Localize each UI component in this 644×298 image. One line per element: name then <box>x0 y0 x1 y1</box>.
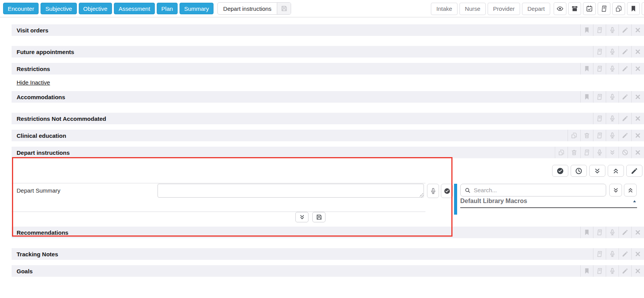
section-header[interactable]: Restrictions Not Accommodated <box>12 113 644 124</box>
section-header[interactable]: Goals <box>12 265 644 277</box>
section-bookmark-button[interactable] <box>580 24 593 36</box>
panel-pencil-button[interactable] <box>626 165 642 177</box>
section-pencil-button[interactable] <box>619 248 631 260</box>
section-pencil-button[interactable] <box>619 265 631 277</box>
nav-subjective-button[interactable]: Subjective <box>41 3 76 14</box>
nav-summary-button[interactable]: Summary <box>180 3 214 14</box>
section-mic-button[interactable] <box>606 24 619 36</box>
section-copy-button[interactable] <box>568 130 580 141</box>
section-bookmark-button[interactable] <box>580 265 593 277</box>
section-book-button[interactable] <box>593 24 606 36</box>
section-pencil-button[interactable] <box>619 91 631 103</box>
section-header[interactable]: Future appointments <box>12 46 644 58</box>
section-mic-button[interactable] <box>606 227 619 238</box>
section-book-button[interactable] <box>580 147 593 158</box>
footer-chevrons-down-button[interactable] <box>295 212 308 222</box>
section-mic-button[interactable] <box>593 147 606 158</box>
panel-check-circle-button[interactable] <box>552 165 568 177</box>
footer-save-button[interactable] <box>312 212 325 222</box>
panel-chevrons-up-button[interactable] <box>608 165 624 177</box>
section-close-button[interactable] <box>631 265 644 277</box>
section-pencil-button[interactable] <box>619 24 631 36</box>
close-icon <box>634 132 641 139</box>
section-book-button[interactable] <box>593 91 606 103</box>
section-icon-group <box>580 91 644 103</box>
section-close-button[interactable] <box>631 130 644 141</box>
section-copy-button[interactable] <box>555 147 568 158</box>
section-pencil-button[interactable] <box>619 227 631 238</box>
section-header[interactable]: Accommodations <box>12 91 644 103</box>
section-chevrons-down-button[interactable] <box>606 147 619 158</box>
nav-objective-button[interactable]: Objective <box>79 3 112 14</box>
section-trash-button[interactable] <box>568 147 580 158</box>
summary-check-circle-button[interactable] <box>441 184 453 198</box>
section-mic-button[interactable] <box>606 113 619 124</box>
macro-search-input[interactable] <box>474 187 602 193</box>
section-header[interactable]: Restrictions <box>12 63 644 74</box>
nav-assessment-button[interactable]: Assessment <box>114 3 155 14</box>
section-book-button[interactable] <box>593 46 606 58</box>
section-header[interactable]: Tracking Notes <box>12 248 644 260</box>
toolbar-gear-button[interactable] <box>642 2 644 15</box>
toolbar-book-button[interactable] <box>598 2 610 15</box>
depart-summary-input[interactable] <box>158 184 424 198</box>
section-book-button[interactable] <box>593 227 606 238</box>
section-pencil-button[interactable] <box>619 113 631 124</box>
section-pencil-button[interactable] <box>619 46 631 58</box>
section-header[interactable]: Visit orders <box>12 24 644 36</box>
section-mic-button[interactable] <box>606 265 619 277</box>
panel-divider-top <box>12 183 425 183</box>
section-close-button[interactable] <box>631 147 644 158</box>
role-depart-button[interactable]: Depart <box>522 3 550 15</box>
section-bookmark-button[interactable] <box>580 63 593 74</box>
section-mic-button[interactable] <box>606 130 619 141</box>
panel-clock-button[interactable] <box>571 165 587 177</box>
section-close-button[interactable] <box>631 113 644 124</box>
section-book-button[interactable] <box>593 248 606 260</box>
section-mic-button[interactable] <box>606 46 619 58</box>
section-close-button[interactable] <box>631 63 644 74</box>
section-pencil-button[interactable] <box>619 63 631 74</box>
document-save-button[interactable] <box>277 3 291 14</box>
section-book-button[interactable] <box>593 63 606 74</box>
chevrons-up-icon <box>627 187 634 194</box>
document-title-button[interactable]: Depart instructions <box>218 3 277 14</box>
toolbar-bookmark-button[interactable] <box>627 2 640 15</box>
section-book-button[interactable] <box>593 130 606 141</box>
section-header[interactable]: Clinical education <box>12 130 644 141</box>
section-close-button[interactable] <box>631 24 644 36</box>
role-provider-button[interactable]: Provider <box>488 3 520 15</box>
panel-chevrons-down-button[interactable] <box>589 165 605 177</box>
section-header[interactable]: Recommendations <box>12 227 644 238</box>
section-close-button[interactable] <box>631 91 644 103</box>
role-nurse-button[interactable]: Nurse <box>459 3 486 15</box>
macro-chevrons-up-button[interactable] <box>624 184 637 196</box>
summary-mic-button[interactable] <box>427 184 439 198</box>
nav-plan-button[interactable]: Plan <box>157 3 178 14</box>
section-book-button[interactable] <box>593 265 606 277</box>
save-icon <box>281 5 288 12</box>
role-intake-button[interactable]: Intake <box>431 3 458 15</box>
section-pencil-button[interactable] <box>619 130 631 141</box>
section-close-button[interactable] <box>631 227 644 238</box>
section-bookmark-button[interactable] <box>580 91 593 103</box>
section-mic-button[interactable] <box>606 248 619 260</box>
section-header[interactable]: Depart instructions <box>12 147 644 158</box>
section-mic-button[interactable] <box>606 63 619 74</box>
toolbar-archive-button[interactable] <box>568 2 581 15</box>
section-close-button[interactable] <box>631 46 644 58</box>
macro-group-header[interactable]: Default Library Macros <box>460 198 637 208</box>
section-mic-button[interactable] <box>606 91 619 103</box>
macro-chevrons-down-button[interactable] <box>609 184 622 196</box>
section-bookmark-button[interactable] <box>580 227 593 238</box>
section-prohibit-button[interactable] <box>619 147 631 158</box>
section-close-button[interactable] <box>631 248 644 260</box>
toolbar-calendar-check-button[interactable] <box>583 2 596 15</box>
section-tracking-notes: Tracking Notes <box>12 248 644 260</box>
toolbar-copy-button[interactable] <box>612 2 625 15</box>
toolbar-eye-button[interactable] <box>554 2 566 15</box>
nav-encounter-button[interactable]: Encounter <box>3 3 39 14</box>
section-book-button[interactable] <box>593 113 606 124</box>
hide-inactive-link[interactable]: Hide Inactive <box>17 79 50 86</box>
section-trash-button[interactable] <box>580 130 593 141</box>
